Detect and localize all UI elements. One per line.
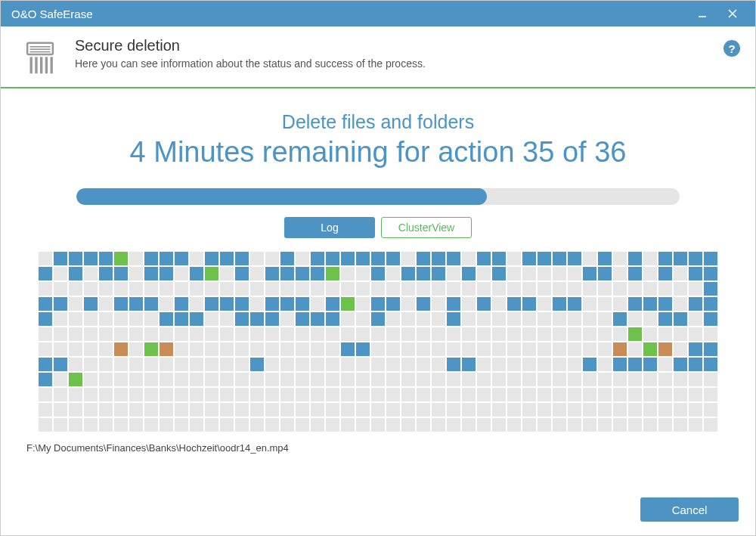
cluster-cell — [250, 282, 264, 296]
cluster-cell — [538, 373, 551, 386]
tab-log[interactable]: Log — [284, 217, 375, 238]
cluster-cell — [99, 327, 113, 341]
cancel-button[interactable]: Cancel — [640, 497, 739, 522]
cluster-cell — [447, 252, 460, 265]
cluster-cell — [568, 342, 581, 356]
cluster-cell — [160, 418, 173, 432]
cluster-cell — [477, 418, 491, 432]
cluster-cell — [643, 312, 657, 326]
cluster-cell — [568, 252, 581, 265]
cluster-cell — [447, 282, 460, 296]
cluster-cell — [628, 418, 642, 432]
cluster-cell — [265, 342, 279, 356]
cluster-cell — [190, 252, 203, 265]
cluster-cell — [522, 282, 536, 296]
cluster-cell — [628, 252, 642, 265]
cluster-cell — [129, 388, 143, 401]
cluster-cell — [175, 342, 188, 356]
cluster-cell — [386, 342, 400, 356]
cluster-cell — [401, 403, 415, 417]
cluster-cell — [265, 418, 279, 432]
cluster-cell — [598, 403, 612, 417]
cluster-cell — [296, 403, 309, 417]
cluster-cell — [613, 373, 627, 386]
cluster-cell — [658, 297, 672, 311]
cluster-cell — [54, 373, 67, 386]
cluster-cell — [160, 297, 173, 311]
cluster-cell — [447, 358, 460, 371]
cluster-cell — [538, 282, 551, 296]
cluster-cell — [311, 267, 324, 280]
cluster-cell — [250, 388, 264, 401]
cluster-cell — [598, 267, 612, 280]
cluster-cell — [658, 327, 672, 341]
cluster-cell — [598, 312, 612, 326]
cluster-cell — [371, 267, 385, 280]
cluster-cell — [689, 267, 702, 280]
cluster-cell — [311, 312, 324, 326]
cluster-cell — [538, 327, 551, 341]
cluster-cell — [613, 342, 627, 356]
cluster-cell — [658, 312, 672, 326]
cluster-cell — [401, 312, 415, 326]
cluster-cell — [492, 282, 506, 296]
cluster-cell — [598, 282, 612, 296]
cluster-cell — [522, 312, 536, 326]
cluster-cell — [205, 267, 218, 280]
cluster-cell — [326, 418, 339, 432]
cluster-cell — [220, 342, 234, 356]
cluster-cell — [507, 388, 521, 401]
cluster-cell — [658, 342, 672, 356]
cluster-cell — [205, 312, 218, 326]
current-file-path: F:\My Documents\Finances\Banks\Hochzeit\… — [23, 442, 733, 454]
cluster-cell — [205, 418, 218, 432]
cluster-cell — [280, 297, 294, 311]
cluster-cell — [99, 282, 113, 296]
cluster-cell — [341, 373, 355, 386]
cluster-cell — [356, 388, 370, 401]
cluster-cell — [69, 373, 82, 386]
cluster-cell — [371, 252, 385, 265]
cluster-cell — [54, 267, 67, 280]
cluster-cell — [417, 418, 430, 432]
cluster-cell — [628, 267, 642, 280]
cluster-cell — [386, 388, 400, 401]
cluster-cell — [553, 418, 566, 432]
cluster-cell — [39, 342, 52, 356]
cluster-cell — [432, 373, 445, 386]
cluster-cell — [507, 297, 521, 311]
help-button[interactable]: ? — [723, 40, 740, 57]
cluster-cell — [326, 312, 339, 326]
cluster-cell — [175, 373, 188, 386]
cluster-cell — [477, 403, 491, 417]
minimize-button[interactable] — [687, 1, 717, 26]
cluster-cell — [144, 358, 158, 371]
cluster-cell — [401, 297, 415, 311]
cluster-cell — [356, 403, 370, 417]
cluster-cell — [326, 358, 339, 371]
cluster-cell — [265, 388, 279, 401]
cluster-cell — [643, 373, 657, 386]
cluster-cell — [235, 403, 249, 417]
cluster-cell — [432, 312, 445, 326]
cluster-cell — [583, 327, 596, 341]
cluster-cell — [432, 267, 445, 280]
cluster-cell — [507, 252, 521, 265]
cluster-cell — [341, 418, 355, 432]
cluster-cell — [553, 297, 566, 311]
cluster-cell — [205, 342, 218, 356]
close-button[interactable] — [717, 1, 748, 26]
cluster-cell — [144, 267, 158, 280]
cluster-cell — [129, 342, 143, 356]
cluster-cell — [54, 297, 67, 311]
cluster-cell — [99, 373, 113, 386]
cluster-cell — [144, 418, 158, 432]
cluster-cell — [371, 418, 385, 432]
tab-clusterview[interactable]: ClusterView — [381, 217, 472, 238]
cluster-cell — [160, 358, 173, 371]
cluster-cell — [220, 267, 234, 280]
cluster-cell — [190, 282, 203, 296]
cluster-cell — [160, 282, 173, 296]
cluster-cell — [54, 358, 67, 371]
cluster-cell — [220, 312, 234, 326]
